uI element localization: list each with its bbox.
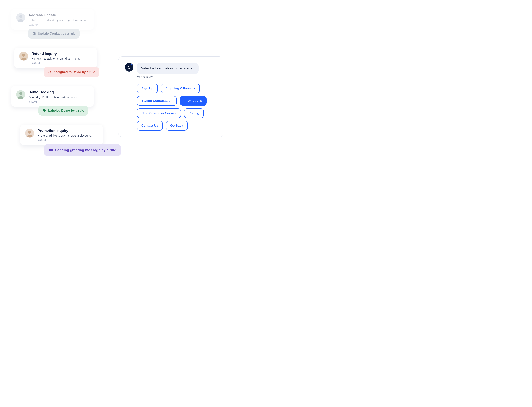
- svg-point-9: [44, 110, 44, 110]
- avatar: [16, 13, 25, 22]
- topic-shipping-returns[interactable]: Shipping & Returns: [161, 84, 200, 93]
- conversation-block: Demo Booking Good day! I'd like to book …: [11, 86, 131, 116]
- bot-message-time: Mon, 9:30 AM: [137, 75, 217, 78]
- rule-pill-label: Sending greeting message by a rule: [55, 148, 116, 152]
- bot-avatar: S: [125, 63, 133, 71]
- rule-pill-label: Update Contact by a rule: [38, 32, 76, 36]
- conversation-preview: Hi there! I'd like to ask if there's a d…: [38, 134, 98, 137]
- bot-panel: S Select a topic below to get started Mo…: [118, 56, 224, 137]
- conversation-time: 10:23 AM: [29, 23, 89, 26]
- conversation-time: 9:00 AM: [38, 139, 98, 142]
- conversation-time: 8:41 AM: [29, 101, 89, 103]
- topic-chat-customer-service[interactable]: Chat Customer Service: [137, 108, 181, 118]
- conversation-title: Refund Inquiry: [31, 52, 92, 56]
- conversation-card[interactable]: Promotion Inquiry Hi there! I'd like to …: [20, 125, 103, 145]
- conversation-card[interactable]: Refund Inquiry Hi! I want to ask for a r…: [14, 47, 97, 68]
- conversation-card[interactable]: Address Update Hello!! I just realised m…: [11, 9, 94, 30]
- rule-pill-update-contact: Update Contact by a rule: [28, 29, 80, 39]
- conversation-card[interactable]: Demo Booking Good day! I'd like to book …: [11, 86, 94, 107]
- conversation-block: Address Update Hello!! I just realised m…: [11, 9, 131, 39]
- conversation-block: Refund Inquiry Hi! I want to ask for a r…: [11, 47, 131, 77]
- rule-pill-label: Assigned to David by a rule: [53, 70, 95, 74]
- avatar: [16, 90, 25, 99]
- svg-point-13: [51, 149, 51, 150]
- conversation-preview: Good day! I'd like to book a demo sess..…: [29, 95, 89, 99]
- avatar: [19, 52, 28, 61]
- chat-bubble-icon: [49, 148, 53, 152]
- conversation-block: Promotion Inquiry Hi there! I'd like to …: [11, 125, 131, 156]
- assign-user-icon: [48, 70, 51, 74]
- svg-point-12: [50, 149, 51, 150]
- contact-card-icon: [32, 32, 36, 36]
- topic-sign-up[interactable]: Sign Up: [137, 84, 158, 93]
- topic-go-back[interactable]: Go Back: [166, 121, 188, 131]
- conversation-preview: Hello!! I just realised my shipping addr…: [29, 18, 89, 22]
- conversation-preview: Hi! I want to ask for a refund as I no l…: [31, 57, 92, 60]
- svg-point-8: [19, 92, 22, 95]
- avatar: [25, 129, 34, 138]
- bot-message-text: Select a topic below to get started: [141, 66, 194, 70]
- rule-pill-label: Labeled Demo by a rule: [48, 109, 84, 112]
- conversation-time: 9:30 AM: [31, 62, 92, 65]
- svg-point-14: [51, 149, 52, 150]
- topic-grid: Sign Up Shipping & Returns Styling Consu…: [137, 84, 217, 131]
- conversation-list: Address Update Hello!! I just realised m…: [11, 9, 131, 165]
- tag-icon: [43, 109, 46, 112]
- conversation-title: Address Update: [29, 13, 89, 17]
- topic-pricing[interactable]: Pricing: [184, 108, 204, 118]
- conversation-title: Demo Booking: [29, 90, 89, 94]
- svg-point-6: [50, 71, 51, 72]
- svg-point-1: [19, 15, 22, 18]
- topic-styling-consultation[interactable]: Styling Consultation: [137, 96, 177, 106]
- svg-rect-2: [33, 32, 36, 35]
- svg-point-5: [22, 54, 25, 56]
- rule-pill-greeting: Sending greeting message by a rule: [44, 144, 121, 156]
- svg-point-11: [28, 131, 31, 133]
- bot-avatar-letter: S: [128, 65, 131, 70]
- rule-pill-labeled: Labeled Demo by a rule: [39, 106, 88, 116]
- rule-pill-assigned: Assigned to David by a rule: [44, 67, 99, 77]
- svg-point-3: [33, 33, 34, 34]
- conversation-title: Promotion Inquiry: [38, 129, 98, 133]
- topic-promotions[interactable]: Promotions: [180, 96, 207, 106]
- topic-contact-us[interactable]: Contact Us: [137, 121, 163, 131]
- bot-message-bubble: Select a topic below to get started: [137, 63, 199, 74]
